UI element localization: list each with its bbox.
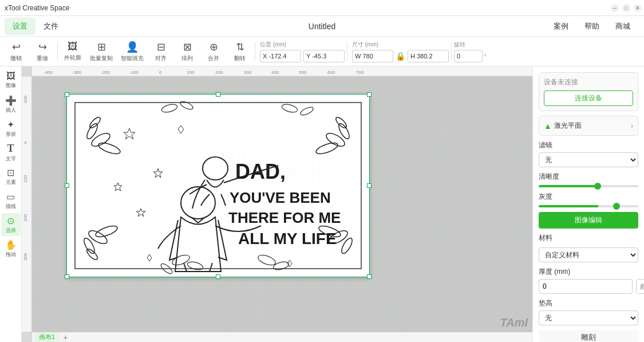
maximize-button[interactable]: □ (622, 4, 630, 12)
minimize-button[interactable]: ─ (611, 4, 619, 12)
w-input[interactable] (352, 50, 393, 62)
undo-icon: ↩ (12, 41, 21, 53)
smart-fill-button[interactable]: 👤 智能填充 (117, 39, 147, 64)
nav-help[interactable]: 帮助 (578, 19, 606, 34)
lock-icon[interactable]: 🔒 (396, 52, 405, 61)
insert-icon: ➕ (5, 95, 17, 106)
arrange-label: 排列 (181, 54, 193, 62)
laser-plane-label: 激光平面 (554, 121, 582, 131)
redo-label: 重做 (37, 54, 48, 62)
menu-item-file[interactable]: 文件 (35, 18, 66, 35)
thickness-input[interactable] (539, 279, 633, 294)
pad-height-select[interactable]: 无 (539, 310, 638, 325)
flip-icon: ⇅ (236, 41, 244, 53)
shapes-icon: ✦ (7, 119, 14, 130)
pos-label: 位置 (mm) (260, 41, 345, 49)
laser-icon: ▲ (544, 121, 552, 131)
svg-text:-400: -400 (44, 70, 53, 75)
close-button[interactable]: ✕ (634, 4, 642, 12)
arrange-button[interactable]: ⊠ 排列 (175, 39, 200, 64)
outline-label: 外轮廓 (64, 54, 81, 62)
filter-select[interactable]: 无 (539, 152, 638, 167)
image-edit-button[interactable]: 图像编辑 (539, 212, 638, 229)
undo-label: 撤销 (10, 54, 22, 62)
toolbar-sep-3 (347, 42, 347, 61)
sidebar-item-text[interactable]: T 文字 (1, 141, 21, 164)
image-icon: 🖼 (6, 71, 15, 81)
sidebar-item-insert[interactable]: ➕ 插入 (1, 93, 21, 116)
watermark-text: TAmI (500, 316, 528, 329)
canvas-tabs: 画布1 + (32, 332, 532, 342)
merge-button[interactable]: ⊕ 合并 (201, 39, 226, 64)
x-input[interactable] (260, 50, 301, 62)
trace-icon: ▭ (6, 191, 15, 202)
align-label: 对齐 (155, 54, 167, 62)
trace-label: 描线 (6, 203, 16, 210)
ruler-h-svg: -400 -300 -200 -100 0 100 200 300 400 50… (32, 66, 532, 77)
sharpness-label: 清晰度 (539, 172, 638, 182)
nav-cases[interactable]: 案例 (547, 19, 575, 34)
align-button[interactable]: ⊟ 对齐 (148, 39, 173, 64)
connect-device-button[interactable]: 连接设备 (544, 91, 633, 106)
canvas-tab-add[interactable]: + (61, 333, 70, 342)
rotate-group: 旋转 ° (454, 41, 486, 62)
title-bar-controls: ─ □ ✕ (611, 4, 642, 12)
left-sidebar: 🖼 图像 ➕ 插入 ✦ 形状 T 文字 ⊡ 元素 ▭ 描线 ⊙ 选择 ✋ 拖动 (0, 66, 22, 342)
select-icon: ⊙ (7, 215, 14, 226)
device-not-connected-text: 设备未连接 (544, 77, 633, 87)
nav-shop[interactable]: 商城 (609, 19, 637, 34)
text-icon: T (7, 143, 14, 155)
sidebar-item-elements[interactable]: ⊡ 元素 (1, 165, 21, 188)
canvas-tab-1[interactable]: 画布1 (34, 332, 60, 342)
ruler-v-svg: -100 0 100 200 300 (22, 77, 32, 332)
batch-copy-button[interactable]: ⊞ 批量复制 (86, 39, 116, 64)
outline-button[interactable]: 🖼 外轮廓 (60, 39, 85, 64)
gray-slider[interactable] (539, 205, 638, 207)
material-section: 材料 自定义材料 (539, 233, 638, 262)
pos-inputs-group: 位置 (mm) (260, 41, 345, 62)
ruler-horizontal: -400 -300 -200 -100 0 100 200 300 400 50… (32, 66, 532, 77)
canvas-area[interactable]: -400 -300 -200 -100 0 100 200 300 400 50… (22, 66, 532, 342)
svg-rect-53 (210, 151, 324, 251)
device-section: 设备未连接 连接设备 (539, 72, 638, 111)
h-input[interactable] (408, 50, 449, 62)
degree-symbol: ° (484, 53, 486, 60)
sharpness-slider[interactable] (539, 185, 638, 187)
gray-section: 灰度 (539, 192, 638, 207)
gray-label: 灰度 (539, 192, 638, 202)
thickness-row: 自动测量 (539, 279, 638, 294)
sidebar-item-drag[interactable]: ✋ 拖动 (1, 237, 21, 260)
sidebar-item-shapes[interactable]: ✦ 形状 (1, 117, 21, 140)
undo-button[interactable]: ↩ 撤销 (3, 39, 29, 64)
flip-button[interactable]: ⇅ 翻转 (227, 39, 252, 64)
size-label: 尺寸 (mm) (352, 41, 449, 49)
sharpness-section: 清晰度 (539, 172, 638, 187)
svg-text:-100: -100 (23, 95, 28, 105)
svg-text:300: 300 (23, 253, 28, 261)
drag-icon: ✋ (5, 239, 17, 250)
svg-text:100: 100 (23, 175, 28, 183)
rotate-input-wrap: ° (454, 50, 486, 62)
sidebar-item-trace[interactable]: ▭ 描线 (1, 189, 21, 212)
y-input[interactable] (303, 50, 345, 62)
design-canvas[interactable]: DAD, YOU'VE BEEN THERE FOR ME ALL MY LIF… (66, 94, 370, 277)
svg-text:0: 0 (23, 141, 28, 144)
auto-measure-button[interactable]: 自动测量 (636, 279, 644, 294)
redo-button[interactable]: ↪ 重做 (30, 39, 55, 64)
svg-text:100: 100 (187, 70, 195, 75)
svg-text:0: 0 (159, 70, 162, 75)
size-inputs-group: 尺寸 (mm) 🔒 (352, 41, 449, 62)
drag-label: 拖动 (6, 251, 16, 258)
thickness-section: 厚度 (mm) 自动测量 (539, 267, 638, 294)
sidebar-item-image[interactable]: 🖼 图像 (1, 69, 21, 92)
material-label: 材料 (539, 233, 638, 243)
align-icon: ⊟ (157, 41, 165, 53)
right-panel: 设备未连接 连接设备 ▲ 激光平面 › 滤镜 无 清晰度 灰度 (532, 66, 644, 342)
menu-item-settings[interactable]: 设置 (5, 18, 35, 35)
flip-label: 翻转 (234, 54, 246, 62)
elements-icon: ⊡ (7, 167, 14, 178)
sidebar-item-select[interactable]: ⊙ 选择 (1, 213, 21, 236)
laser-section[interactable]: ▲ 激光平面 › (539, 116, 638, 136)
material-select[interactable]: 自定义材料 (539, 247, 638, 262)
rotate-input[interactable] (454, 50, 483, 62)
